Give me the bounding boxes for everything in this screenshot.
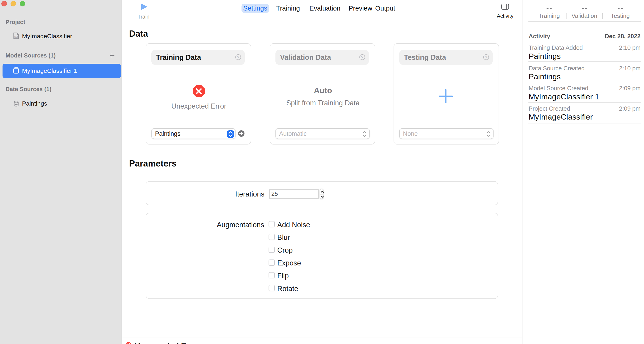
svg-text:ML: ML bbox=[15, 36, 17, 38]
